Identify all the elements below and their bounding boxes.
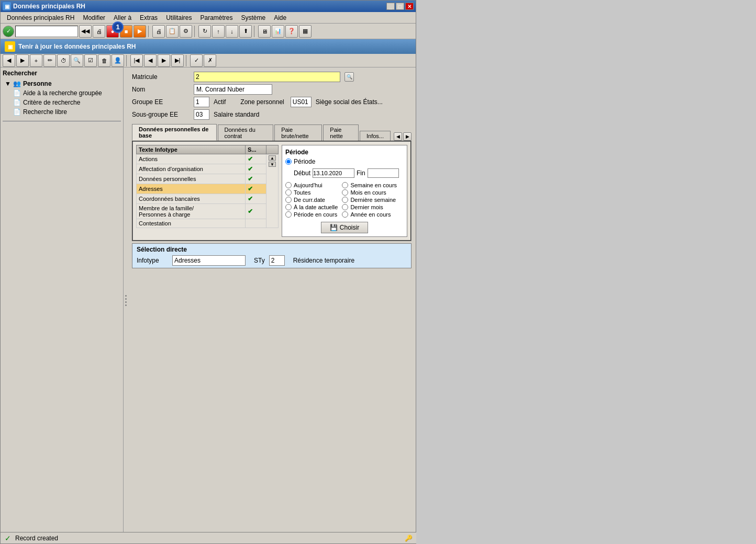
radio-mois[interactable] [342, 189, 348, 196]
table-row[interactable]: Actions ✔ ▲ ▼ [137, 154, 279, 164]
tb-btn2[interactable]: 📋 [166, 25, 179, 38]
tb2-btn3[interactable]: + [30, 54, 42, 67]
tb2-btn2[interactable]: ▶ [16, 54, 29, 67]
minimize-btn[interactable]: _ [386, 3, 395, 10]
choisir-label: Choisir [340, 224, 359, 231]
divider-dots [125, 295, 127, 306]
tb2-btn8[interactable]: 🗑 [98, 54, 110, 67]
radio-annee[interactable] [342, 211, 348, 218]
menu-aller[interactable]: Aller à [109, 13, 136, 22]
tb-btn4[interactable]: ↻ [198, 25, 211, 38]
menu-extras[interactable]: Extras [136, 13, 162, 22]
tb2-btn5[interactable]: ⏱ [57, 54, 70, 67]
tb-btn1[interactable]: 🖨 [152, 25, 165, 38]
sous-groupe-input[interactable] [194, 109, 209, 120]
radio-dernier-mois[interactable] [342, 204, 348, 210]
orange-btn2[interactable]: ▶ [134, 25, 146, 38]
tb2-btn10[interactable]: |◀ [130, 54, 143, 67]
tb-btn6[interactable]: ↓ [226, 25, 238, 38]
menu-donnees[interactable]: Données principales RH [3, 13, 79, 22]
tb2-btn9[interactable]: 👤 [112, 54, 124, 67]
record-btn[interactable]: ● 1 [106, 25, 119, 38]
radio-curr-date[interactable] [285, 197, 292, 203]
menu-aide[interactable]: Aide [270, 13, 291, 22]
tb2-btn15[interactable]: ✗ [204, 54, 216, 67]
maximize-btn[interactable]: □ [396, 3, 404, 10]
tb-btn11[interactable]: ▦ [299, 25, 312, 38]
choisir-btn[interactable]: 💾 Choisir [321, 222, 368, 233]
scroll-up[interactable]: ▲ [269, 155, 276, 161]
tb2-btn1[interactable]: ◀ [3, 54, 15, 67]
period-section: Période Période Début Fin [282, 145, 407, 237]
tree-personne[interactable]: ▼ 👥 Personne [3, 79, 121, 88]
tree-doc-icon2: 📄 [13, 99, 21, 106]
toolbar2: ◀ ▶ + ✏ ⏱ 🔍 ☑ 🗑 👤 |◀ ◀ ▶ ▶| ✓ ✗ [1, 54, 416, 67]
tb-btn3[interactable]: ⚙ [180, 25, 192, 38]
divider[interactable] [124, 67, 128, 533]
infotype-name: Coordonnées bancaires [137, 194, 246, 204]
print-btn[interactable]: 🖨 [93, 25, 105, 38]
tb2-btn6[interactable]: 🔍 [71, 54, 83, 67]
infotype-field[interactable] [172, 255, 246, 266]
matricule-label: Matricule [132, 73, 190, 81]
matricule-search-btn[interactable]: 🔍 [344, 72, 354, 82]
tb-btn5[interactable]: ↑ [212, 25, 225, 38]
radio-date-actuelle[interactable] [285, 204, 292, 210]
save-green-btn[interactable]: ✓ [3, 26, 14, 37]
menu-modifier[interactable]: Modifier [79, 13, 109, 22]
zone-personnel-input[interactable] [291, 97, 312, 107]
tb-btn7[interactable]: ⬆ [239, 25, 252, 38]
nav-back-btn[interactable]: ◀◀ [79, 25, 92, 38]
close-btn[interactable]: ✕ [405, 3, 414, 10]
tab-donnees-perso[interactable]: Données personnelles de base [132, 124, 217, 141]
table-row[interactable]: Affectation d'organisation ✔ [137, 164, 279, 174]
radio-aujourdhui[interactable] [285, 182, 292, 188]
radio-periode-cours[interactable] [285, 211, 292, 218]
tab-prev-btn[interactable]: ◀ [394, 132, 402, 141]
scroll-down[interactable]: ▼ [269, 162, 276, 167]
radio-semaine[interactable] [342, 182, 348, 188]
infotype-name: Adresses [137, 184, 246, 194]
table-row-selected[interactable]: Adresses ✔ [137, 184, 279, 194]
table-row[interactable]: Membre de la famille/Personnes à charge … [137, 204, 279, 219]
tab-paie-brute[interactable]: Paie brute/nette [274, 124, 322, 141]
sty-field[interactable] [269, 255, 285, 266]
debut-input[interactable] [313, 168, 354, 178]
toolbar-input[interactable] [15, 26, 78, 37]
window-controls: _ □ ✕ [386, 3, 414, 10]
radio-derniere-semaine[interactable] [342, 197, 348, 203]
fin-input[interactable] [368, 168, 399, 178]
menu-systeme[interactable]: Système [237, 13, 270, 22]
tab-next-btn[interactable]: ▶ [403, 132, 412, 141]
menu-parametres[interactable]: Paramètres [196, 13, 237, 22]
period-title: Période [285, 149, 404, 156]
choisir-icon: 💾 [330, 224, 338, 231]
tree-critere-recherche[interactable]: 📄 Critère de recherche [3, 98, 121, 107]
tb2-btn11[interactable]: ◀ [144, 54, 157, 67]
menu-utilitaires[interactable]: Utilitaires [162, 13, 196, 22]
tb-btn8[interactable]: 🖥 [258, 25, 271, 38]
tb2-btn7[interactable]: ☑ [84, 54, 97, 67]
nom-value: M. Conrad Nuber [194, 84, 272, 95]
radio-toutes[interactable] [285, 189, 292, 196]
table-row[interactable]: Données personnelles ✔ [137, 174, 279, 184]
tb2-btn13[interactable]: ▶| [171, 54, 184, 67]
tree-aide-recherche[interactable]: 📄 Aide à la recherche groupée [3, 88, 121, 98]
table-row[interactable]: Coordonnées bancaires ✔ [137, 194, 279, 204]
matricule-input[interactable] [194, 72, 340, 82]
radio-toutes-label: Toutes [294, 189, 310, 196]
radio-derniere-semaine-label: Dernière semaine [350, 197, 396, 203]
groupe-ee-input[interactable] [194, 97, 209, 107]
tab-donnees-contrat[interactable]: Données du contrat [218, 124, 274, 141]
period-col1: Aujourd'hui Toutes De curr.date À la dat… [285, 182, 338, 218]
tb2-btn4[interactable]: ✏ [43, 54, 56, 67]
radio-periode[interactable] [285, 158, 292, 165]
tb2-btn12[interactable]: ▶ [158, 54, 170, 67]
tree-recherche-libre[interactable]: 📄 Recherche libre [3, 107, 121, 117]
table-row[interactable]: Contestation [137, 219, 279, 228]
tab-paie-nette[interactable]: Paie nette [323, 124, 359, 141]
tab-infos[interactable]: Infos... [360, 131, 391, 141]
tb2-btn14[interactable]: ✓ [190, 54, 203, 67]
tb-btn9[interactable]: 📊 [272, 25, 284, 38]
tb-btn10[interactable]: ❓ [285, 25, 298, 38]
